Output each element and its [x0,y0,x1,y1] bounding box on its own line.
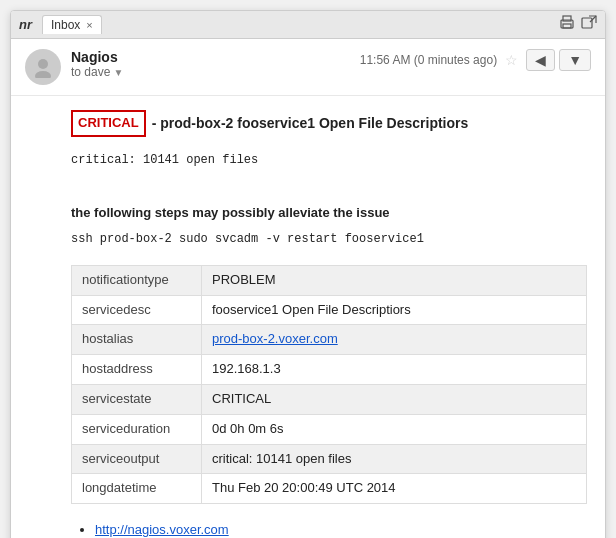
command-block: ssh prod-box-2 sudo svcadm -v restart fo… [71,230,587,249]
hostalias-link[interactable]: prod-box-2.voxer.com [212,331,338,346]
email-window: nr Inbox × Nagios to dave ▼ [10,10,606,538]
table-row: longdatetimeThu Feb 20 20:00:49 UTC 2014 [72,474,587,504]
table-row: hostaddress192.168.1.3 [72,355,587,385]
table-row: servicestateCRITICAL [72,384,587,414]
avatar [25,49,61,85]
table-value: 0d 0h 0m 6s [202,414,587,444]
table-value: critical: 10141 open files [202,444,587,474]
email-sender: Nagios [71,49,360,65]
titlebar-actions [559,15,597,34]
table-key: hostaddress [72,355,202,385]
subject-text: - prod-box-2 fooservice1 Open File Descr… [152,112,469,134]
app-logo: nr [19,17,32,32]
table-value[interactable]: prod-box-2.voxer.com [202,325,587,355]
svg-line-4 [590,16,596,22]
titlebar: nr Inbox × [11,11,605,39]
table-value: Thu Feb 20 20:00:49 UTC 2014 [202,474,587,504]
steps-heading: the following steps may possibly allevia… [71,203,587,224]
table-key: serviceduration [72,414,202,444]
svg-point-6 [35,71,51,78]
table-value: PROBLEM [202,265,587,295]
email-body: CRITICAL - prod-box-2 fooservice1 Open F… [11,96,605,538]
inbox-tab[interactable]: Inbox × [42,15,102,34]
print-icon [559,15,575,31]
reply-button[interactable]: ◀ [526,49,555,71]
email-meta: Nagios to dave ▼ [71,49,360,79]
email-time-area: 11:56 AM (0 minutes ago) ☆ ◀ ▼ [360,49,591,71]
links-section: http://nagios.voxer.comAlert Status Page… [71,520,587,538]
email-timestamp: 11:56 AM (0 minutes ago) [360,53,497,67]
email-subject: CRITICAL - prod-box-2 fooservice1 Open F… [71,110,587,137]
svg-point-5 [38,59,48,69]
email-to-label: to dave [71,65,110,79]
table-row: hostaliasprod-box-2.voxer.com [72,325,587,355]
body-link[interactable]: http://nagios.voxer.com [95,522,229,537]
popout-icon [581,15,597,31]
popout-button[interactable] [581,15,597,34]
info-table: notificationtypePROBLEMservicedescfooser… [71,265,587,504]
more-button[interactable]: ▼ [559,49,591,71]
table-value: CRITICAL [202,384,587,414]
email-header: Nagios to dave ▼ 11:56 AM (0 minutes ago… [11,39,605,96]
table-row: serviceduration0d 0h 0m 6s [72,414,587,444]
avatar-icon [32,56,54,78]
email-to-dropdown[interactable]: ▼ [113,67,123,78]
table-value: fooservice1 Open File Descriptiors [202,295,587,325]
critical-badge: CRITICAL [71,110,146,137]
table-key: serviceoutput [72,444,202,474]
email-to: to dave ▼ [71,65,360,79]
table-key: servicestate [72,384,202,414]
star-button[interactable]: ☆ [505,52,518,68]
print-button[interactable] [559,15,575,34]
table-value: 192.168.1.3 [202,355,587,385]
list-item: http://nagios.voxer.com [95,520,587,538]
table-key: notificationtype [72,265,202,295]
tab-label: Inbox [51,18,80,32]
email-actions: ◀ ▼ [526,49,591,71]
table-key: servicedesc [72,295,202,325]
tab-close-btn[interactable]: × [86,19,92,31]
critical-body-text: critical: 10141 open files [71,151,587,170]
table-row: notificationtypePROBLEM [72,265,587,295]
table-row: serviceoutputcritical: 10141 open files [72,444,587,474]
table-key: longdatetime [72,474,202,504]
table-row: servicedescfooservice1 Open File Descrip… [72,295,587,325]
table-key: hostalias [72,325,202,355]
svg-rect-3 [582,18,592,28]
